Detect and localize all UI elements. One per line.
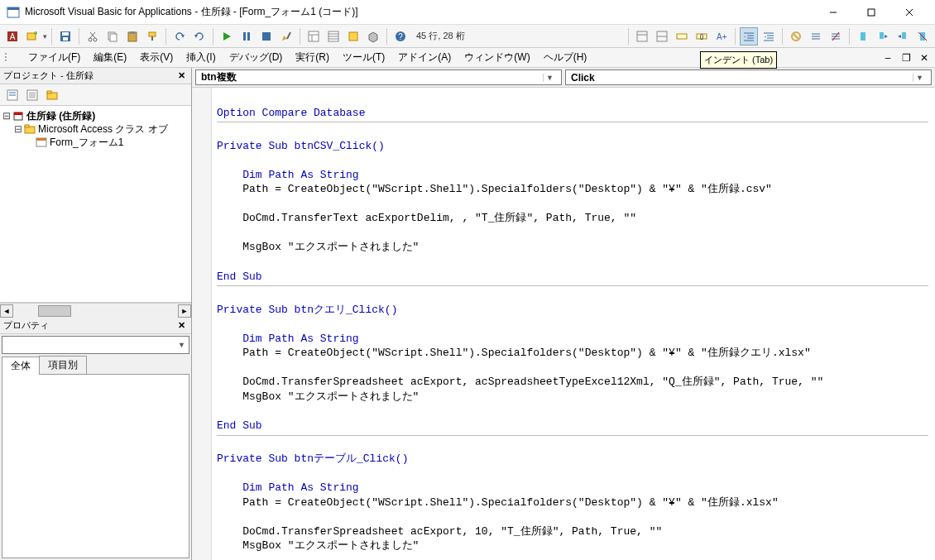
menu-run[interactable]: 実行(R) [289,48,336,67]
undo-icon[interactable] [170,27,189,45]
parameter-info-icon[interactable]: () [693,27,711,45]
complete-word-icon[interactable]: A+ [712,27,731,45]
tree-root[interactable]: ⊟ 住所録 (住所録) [2,109,189,122]
object-browser-icon[interactable] [344,27,362,45]
svg-rect-68 [861,32,865,41]
bookmark-prev-icon[interactable] [894,27,912,45]
svg-rect-27 [247,32,250,41]
menu-tools[interactable]: ツール(T) [336,48,391,67]
svg-rect-21 [149,32,156,36]
minimize-button[interactable] [814,0,852,25]
redo-icon[interactable] [190,27,209,45]
menu-addins[interactable]: アドイン(A) [391,48,458,67]
menu-help[interactable]: ヘルプ(H) [537,48,594,67]
menu-window[interactable]: ウィンドウ(W) [458,48,536,67]
svg-point-13 [89,38,92,41]
properties-object-combo[interactable]: ▼ [2,336,189,354]
menu-edit[interactable]: 編集(E) [87,48,133,67]
design-mode-icon[interactable] [277,27,295,45]
quick-info-icon[interactable] [673,27,691,45]
folder-icon [23,123,36,135]
object-combo[interactable]: btn複数 ▼ [195,69,562,85]
bookmark-next-icon[interactable] [874,27,892,45]
comment-block-icon[interactable] [807,27,825,45]
form-icon [35,136,48,148]
mdi-minimize-button[interactable]: – [880,51,895,65]
indent-icon[interactable] [740,27,758,45]
list-constants-icon[interactable] [653,27,671,45]
properties-tab-categorized[interactable]: 項目別 [39,356,87,374]
view-access-icon[interactable]: A [3,27,22,45]
svg-marker-25 [223,32,231,41]
svg-text:A+: A+ [717,32,727,41]
properties-grid[interactable] [2,375,189,558]
break-icon[interactable] [237,27,256,45]
mdi-close-button[interactable]: ✕ [917,51,932,65]
svg-rect-28 [262,32,271,41]
svg-marker-23 [181,35,185,38]
project-hscroll[interactable]: ◄► [0,303,191,318]
svg-rect-18 [110,34,117,41]
svg-rect-88 [25,125,29,127]
breakpoint-icon[interactable] [787,27,805,45]
project-tree[interactable]: ⊟ 住所録 (住所録) ⊟ Microsoft Access クラス オブ Fo… [0,106,191,303]
view-code-icon[interactable] [3,86,22,104]
svg-rect-45 [677,34,687,39]
svg-rect-1 [7,7,19,10]
maximize-button[interactable] [852,0,890,25]
close-button[interactable] [890,0,928,25]
dropdown-arrow-icon[interactable]: ▼ [178,341,185,349]
dropdown-arrow-icon[interactable]: ▼ [543,74,556,82]
svg-rect-11 [62,32,69,36]
menu-insert[interactable]: 挿入(I) [180,48,222,67]
properties-window-icon[interactable] [324,27,343,45]
dropdown-arrow-icon[interactable]: ▼ [913,74,926,82]
menu-view[interactable]: 表示(V) [133,48,180,67]
outdent-icon[interactable] [760,27,778,45]
reset-icon[interactable] [257,27,276,45]
project-explorer-icon[interactable] [304,27,323,45]
dropdown-arrow-icon[interactable]: ▾ [43,32,47,41]
code-editor[interactable]: Option Compare Database Private Sub btnC… [192,88,935,560]
project-panel-header: プロジェクト - 住所録 ✕ [0,68,191,84]
svg-marker-58 [764,36,766,37]
svg-point-9 [34,31,37,35]
main-toolbar: A ▾ ? 45 行, 28 桁 () A+ インデント (Tab) [0,25,935,48]
svg-rect-26 [243,32,246,41]
app-icon [7,6,20,19]
svg-marker-72 [898,35,901,38]
toggle-folders-icon[interactable] [43,86,61,104]
paste-icon[interactable] [123,27,141,45]
svg-rect-38 [349,32,357,41]
menu-debug[interactable]: デバッグ(D) [223,48,290,67]
mdi-restore-button[interactable]: ❐ [899,51,913,65]
project-panel-close-icon[interactable]: ✕ [175,70,188,81]
list-properties-icon[interactable] [633,27,651,45]
svg-rect-3 [868,9,875,16]
toolbox-icon[interactable] [364,27,382,45]
menu-file[interactable]: ファイル(F) [22,48,87,67]
save-icon[interactable] [56,27,74,45]
properties-tab-all[interactable]: 全体 [2,357,40,375]
svg-point-14 [94,38,97,41]
uncomment-block-icon[interactable] [827,27,845,45]
format-painter-icon[interactable] [143,27,161,45]
properties-panel-close-icon[interactable]: ✕ [175,320,188,331]
svg-marker-70 [885,35,888,38]
tree-form[interactable]: Form_フォーム1 [2,136,189,149]
bookmark-toggle-icon[interactable] [854,27,872,45]
insert-module-icon[interactable] [23,27,41,45]
titlebar: Microsoft Visual Basic for Applications … [0,0,935,25]
tree-folder[interactable]: ⊟ Microsoft Access クラス オブ [2,122,189,136]
svg-rect-71 [902,32,906,39]
project-toolbar [0,84,191,106]
procedure-combo[interactable]: Click ▼ [565,69,932,85]
cut-icon[interactable] [84,27,102,45]
bookmark-clear-icon[interactable] [913,27,932,45]
copy-icon[interactable] [103,27,122,45]
svg-marker-29 [282,36,287,41]
svg-text:?: ? [398,32,403,41]
tree-root-label: 住所録 (住所録) [26,109,95,123]
run-icon[interactable] [218,27,236,45]
view-object-icon[interactable] [23,86,41,104]
